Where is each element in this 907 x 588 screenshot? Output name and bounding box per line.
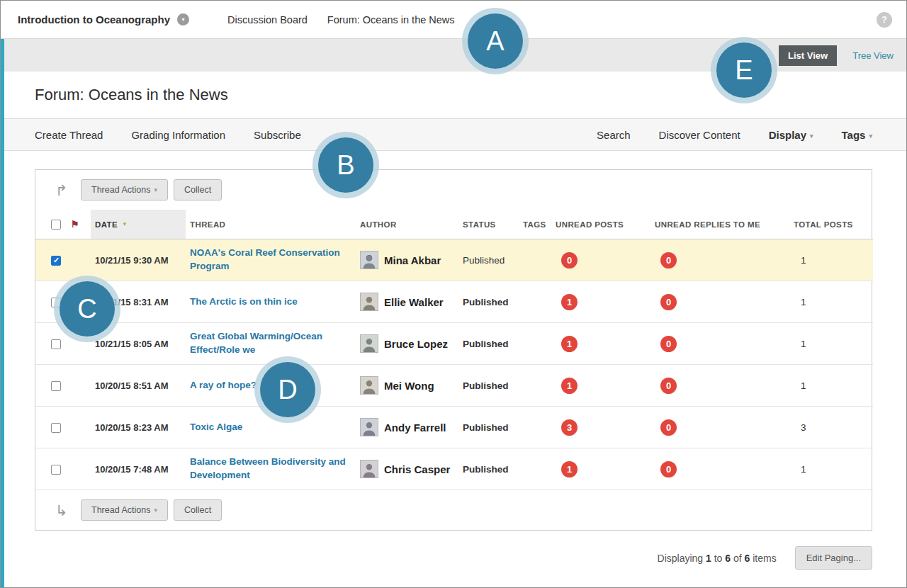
thread-link[interactable]: The Arctic is on thin ice [190, 295, 298, 309]
thread-actions-label: Thread Actions [91, 185, 150, 195]
total-posts: 1 [789, 365, 873, 407]
branch-arrow-down-icon: ↳ [55, 503, 72, 518]
grading-information-button[interactable]: Grading Information [131, 129, 225, 141]
unread-posts-badge[interactable]: 0 [561, 252, 578, 268]
thread-date: 10/20/15 8:51 AM [91, 365, 186, 407]
paging-items-word: items [753, 553, 776, 564]
paging-from: 1 [706, 553, 711, 564]
unread-replies-badge[interactable]: 0 [660, 294, 677, 310]
thread-actions-button[interactable]: Thread Actions▾ [81, 499, 168, 521]
create-thread-button[interactable]: Create Thread [35, 129, 103, 141]
subscribe-button[interactable]: Subscribe [254, 129, 301, 141]
unread-posts-cell: 1 [551, 323, 650, 365]
breadcrumb: Discussion Board Forum: Oceans in the Ne… [227, 14, 455, 26]
thread-cell: Great Global Warming/Ocean Effect/Role w… [186, 323, 356, 365]
author-name: Andy Farrell [384, 422, 446, 434]
unread-replies-badge[interactable]: 0 [660, 461, 677, 477]
thread-link[interactable]: Balance Between Biodiversity and Develop… [190, 456, 350, 482]
unread-posts-badge[interactable]: 1 [561, 336, 578, 352]
callout-d: D [260, 362, 315, 417]
display-menu-button[interactable]: Display▾ [769, 129, 813, 141]
course-menu-chevron-icon[interactable]: ▾ [177, 13, 189, 26]
thread-link[interactable]: Great Global Warming/Ocean Effect/Role w… [190, 330, 350, 357]
total-posts: 1 [789, 448, 873, 490]
unread-replies-badge[interactable]: 0 [660, 378, 677, 394]
paging-bar: Displaying 1 to 6 of 6 items Edit Paging… [35, 546, 872, 570]
thread-link[interactable]: Toxic Algae [190, 421, 242, 434]
edit-paging-button[interactable]: Edit Paging... [795, 546, 872, 570]
unread-posts-cell: 1 [551, 448, 650, 490]
select-all-checkbox[interactable] [51, 220, 61, 230]
tree-view-link[interactable]: Tree View [852, 50, 894, 61]
tags-cell [519, 281, 551, 323]
tags-menu-button[interactable]: Tags▾ [842, 129, 872, 141]
tags-cell [519, 239, 551, 281]
thread-status: Published [458, 281, 519, 323]
table-row: 10/20/15 8:23 AM Toxic Algae Andy Farrel… [35, 407, 873, 448]
thread-cell: NOAA's Coral Reef Conservation Program [186, 239, 356, 281]
unread-posts-badge[interactable]: 1 [561, 378, 578, 394]
column-header-unread-posts[interactable]: UNREAD POSTS [551, 210, 650, 239]
unread-posts-cell: 1 [551, 365, 650, 407]
unread-replies-cell: 0 [650, 323, 789, 365]
table-row: 10/21/15 8:05 AM Great Global Warming/Oc… [35, 323, 873, 365]
discover-content-button[interactable]: Discover Content [659, 129, 740, 141]
content-area: ↱ Thread Actions▾ Collect ⚑ DATE▼ THREAD… [1, 151, 906, 570]
row-checkbox-cell [35, 239, 67, 281]
unread-posts-badge[interactable]: 1 [561, 294, 578, 310]
column-header-total-posts[interactable]: TOTAL POSTS [789, 210, 873, 239]
total-posts: 1 [789, 281, 873, 323]
avatar [360, 418, 378, 436]
column-header-status[interactable]: STATUS [458, 210, 519, 239]
column-header-date[interactable]: DATE▼ [91, 210, 186, 239]
search-button[interactable]: Search [597, 129, 631, 141]
flag-column-header[interactable]: ⚑ [67, 210, 91, 239]
thread-status: Published [458, 407, 519, 448]
paging-to: 6 [725, 553, 731, 564]
chevron-down-icon: ▾ [154, 507, 157, 514]
displaying-text: Displaying 1 to 6 of 6 items [658, 553, 777, 564]
displaying-word: Displaying [658, 553, 704, 564]
unread-posts-badge[interactable]: 1 [561, 461, 578, 477]
unread-replies-badge[interactable]: 0 [660, 419, 677, 436]
thread-date: 10/20/15 7:48 AM [91, 448, 186, 490]
action-bar-left: Create Thread Grading Information Subscr… [35, 129, 301, 141]
list-view-button[interactable]: List View [779, 45, 837, 66]
column-header-thread[interactable]: THREAD [186, 210, 356, 239]
row-checkbox-cell [35, 448, 67, 490]
total-posts: 1 [789, 323, 873, 365]
unread-replies-badge[interactable]: 0 [660, 252, 677, 268]
breadcrumb-forum: Forum: Oceans in the News [327, 14, 455, 26]
author-cell: Andy Farrell [356, 407, 458, 448]
unread-replies-badge[interactable]: 0 [660, 336, 677, 352]
help-icon[interactable]: ? [877, 12, 892, 28]
row-flag-cell [67, 407, 91, 448]
row-checkbox[interactable] [51, 423, 61, 433]
row-checkbox[interactable] [51, 339, 61, 349]
author-cell: Chris Casper [356, 448, 458, 490]
row-checkbox[interactable] [51, 465, 61, 475]
collect-button[interactable]: Collect [174, 499, 222, 521]
avatar [360, 460, 378, 478]
row-checkbox-cell [35, 323, 67, 365]
course-title: Introduction to Oceanography [18, 13, 170, 26]
collect-button[interactable]: Collect [174, 179, 222, 200]
column-header-tags[interactable]: TAGS [519, 210, 551, 239]
breadcrumb-discussion-board[interactable]: Discussion Board [227, 14, 308, 26]
chevron-down-icon: ▾ [869, 132, 872, 140]
row-checkbox[interactable] [51, 381, 61, 391]
author-cell: Bruce Lopez [356, 323, 458, 365]
column-header-unread-replies[interactable]: UNREAD REPLIES TO ME [650, 210, 789, 239]
thread-link[interactable]: NOAA's Coral Reef Conservation Program [190, 247, 350, 273]
thread-link[interactable]: A ray of hope? [190, 379, 257, 392]
table-row: 10/21/15 8:31 AM The Arctic is on thin i… [35, 281, 873, 323]
row-checkbox[interactable] [51, 256, 61, 266]
author-name: Mei Wong [384, 380, 434, 392]
unread-posts-badge[interactable]: 3 [561, 419, 578, 436]
thread-list-box: ↱ Thread Actions▾ Collect ⚑ DATE▼ THREAD… [35, 169, 872, 531]
thread-actions-button[interactable]: Thread Actions▾ [81, 179, 168, 200]
row-checkbox-cell [35, 407, 67, 448]
tags-cell [519, 448, 551, 490]
column-header-author[interactable]: AUTHOR [356, 210, 458, 239]
chevron-down-icon: ▾ [154, 186, 157, 193]
